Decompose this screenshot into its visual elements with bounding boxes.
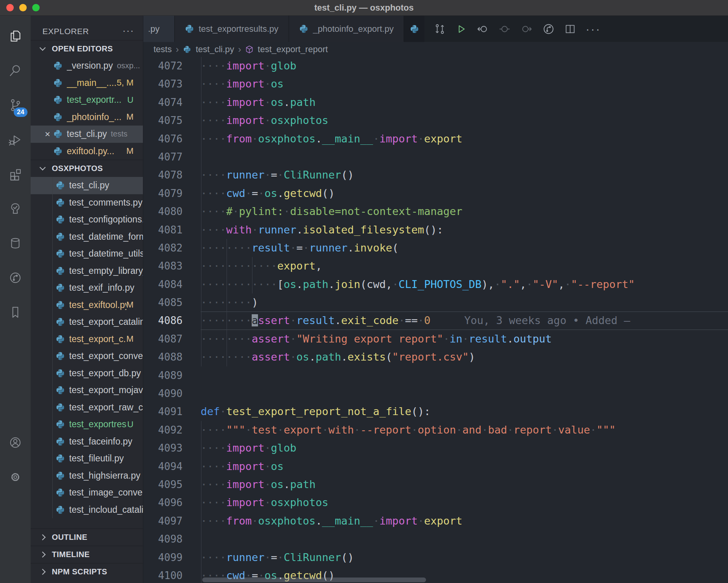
tree-item[interactable]: test_comments.py [31,194,143,211]
code-line[interactable]: 4089 [143,366,728,384]
tree-item[interactable]: test_incloud_catali... [31,501,143,519]
breadcrumb-tests[interactable]: tests [154,44,172,55]
search-view-button[interactable] [0,53,31,88]
project-section-header[interactable]: OSXPHOTOS [31,160,143,177]
code-line[interactable]: 4078····runner·=·CliRunner() [143,166,728,184]
extensions-view-button[interactable] [0,157,31,191]
code-line[interactable]: 4077 [143,148,728,166]
tree-item[interactable]: test_export_c...M [31,331,143,348]
open-editor-item[interactable]: exiftool.py...M [31,143,143,160]
tree-item[interactable]: test_empty_library_... [31,262,143,280]
python-file-icon [56,454,65,463]
more-actions-icon[interactable]: ··· [585,22,601,36]
run-debug-view-button[interactable] [0,122,31,157]
code-line[interactable]: 4097····from·osxphotos.__main__·import·e… [143,512,728,530]
code-line[interactable]: 4087········assert·"Writing export repor… [143,330,728,348]
code-line[interactable]: 4080····#·pylint:·disable=not-context-ma… [143,202,728,220]
gitlens-view-button[interactable] [0,261,31,295]
code-line[interactable]: 4092····"""·test·export·with·--report·op… [143,421,728,439]
python-file-icon [53,129,62,138]
tab-test_cli-partial[interactable]: .py [143,16,175,42]
gitlens-graph-icon[interactable] [542,23,555,35]
tree-item[interactable]: test_exportres...U [31,416,143,433]
breadcrumb-file[interactable]: test_cli.py [196,44,234,55]
tree-item[interactable]: test_export_catalin... [31,313,143,331]
explorer-more-actions-button[interactable]: ··· [123,25,134,36]
open-editor-item[interactable]: _photoinfo_...M [31,109,143,126]
code-line[interactable]: 4084············[os.path.join(cwd,·CLI_P… [143,275,728,293]
code-line[interactable]: 4075····import·osxphotos [143,111,728,129]
run-icon[interactable] [455,23,467,35]
code-line[interactable]: 4079····cwd·=·os.getcwd() [143,184,728,202]
todo-tree-view-button[interactable] [0,191,31,226]
tree-item[interactable]: test_datetime_form... [31,228,143,246]
nav-forward-icon[interactable] [520,23,533,35]
tree-item[interactable]: test_image_convert... [31,484,143,501]
settings-button[interactable] [0,460,31,494]
code-line[interactable]: 4093····import·glob [143,439,728,457]
account-button[interactable] [0,425,31,460]
tree-item[interactable]: test_cli.py [31,177,143,194]
explorer-view-button[interactable] [0,19,31,53]
code-line[interactable]: 4096····import·osxphotos [143,494,728,512]
source-control-view-button[interactable]: 24 [0,88,31,122]
database-view-button[interactable] [0,226,31,261]
code-line[interactable]: 4083············export, [143,257,728,275]
open-editor-item[interactable]: __main__....5, M [31,75,143,92]
tab-test_exportresults[interactable]: test_exportresults.py [175,16,289,42]
code-line[interactable]: 4091def·test_export_report_not_a_file(): [143,403,728,421]
compare-changes-icon[interactable] [434,23,446,35]
tree-item[interactable]: test_configoptions.... [31,211,143,228]
code-line[interactable]: 4090 [143,384,728,403]
code-line[interactable]: 4074····import·os.path [143,93,728,111]
code-token: export [424,133,463,145]
code-editor[interactable]: 4072····import·glob4073····import·os4074… [143,57,728,583]
zoom-window-button[interactable] [32,4,40,11]
close-window-button[interactable] [6,4,14,11]
open-editor-item[interactable]: _version.pyosxp... [31,57,143,75]
tree-item[interactable]: test_exif_info.py [31,279,143,297]
sidebar-section-outline[interactable]: OUTLINE [31,528,143,546]
tree-item[interactable]: test_fileutil.py [31,450,143,467]
code-line[interactable]: 4082········result·=·runner.invoke( [143,239,728,257]
code-line[interactable]: 4099····runner·=·CliRunner() [143,548,728,567]
sidebar-section-npm-scripts[interactable]: NPM SCRIPTS [31,563,143,580]
tree-item[interactable]: test_faceinfo.py [31,433,143,450]
code-line[interactable]: 4085········) [143,293,728,312]
git-status-badge: U [127,95,143,105]
bookmarks-icon [9,306,22,319]
code-token: assert [252,333,290,345]
code-line[interactable]: 4072····import·glob [143,57,728,75]
code-line[interactable]: 4073····import·os [143,75,728,93]
minimize-window-button[interactable] [19,4,27,11]
tab-_photoinfo_export[interactable]: _photoinfo_export.py [289,16,404,42]
code-line[interactable]: 4086········assert·result.exit_code·==·0… [143,312,728,330]
breadcrumb-symbol[interactable]: test_export_report [258,44,328,55]
code-line[interactable]: 4098 [143,530,728,548]
tree-item[interactable]: test_export_raw_ca... [31,399,143,416]
code-token: · [290,314,296,326]
nav-circle-icon[interactable] [498,23,511,35]
tree-item[interactable]: test_exiftool.pyM [31,297,143,314]
code-token: result [469,333,507,345]
open-editor-item[interactable]: ×test_cli.pytests [31,126,143,143]
bookmarks-view-button[interactable] [0,295,31,330]
close-icon[interactable]: × [31,129,53,140]
tree-item[interactable]: test_export_mojave... [31,382,143,399]
split-editor-icon[interactable] [564,23,576,35]
code-line[interactable]: 4088········assert·os.path.exists("repor… [143,348,728,366]
horizontal-scrollbar[interactable] [202,578,426,582]
sidebar-section-timeline[interactable]: TIMELINE [31,546,143,563]
tree-item[interactable]: test_datetime_utils.... [31,245,143,262]
tree-item[interactable]: test_export_conver... [31,348,143,365]
tree-item[interactable]: test_export_db.py [31,365,143,382]
code-line[interactable]: 4076····from·osxphotos.__main__·import·e… [143,130,728,148]
open-editor-item[interactable]: test_exportr...U [31,91,143,109]
open-editors-section-header[interactable]: OPEN EDITORS [31,40,143,57]
code-line[interactable]: 4095····import·os.path [143,476,728,494]
code-line[interactable]: 4081····with·runner.isolated_filesystem(… [143,221,728,239]
python-interpreter-button[interactable] [404,16,424,42]
nav-back-icon[interactable] [476,23,489,35]
code-line[interactable]: 4094····import·os [143,457,728,476]
tree-item[interactable]: test_highsierra.py [31,467,143,485]
